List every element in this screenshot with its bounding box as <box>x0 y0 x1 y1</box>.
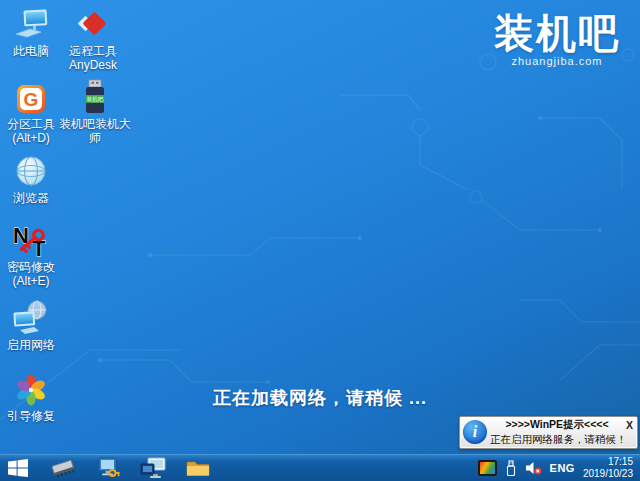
clock-time: 17:15 <box>583 456 633 469</box>
display-settings-icon[interactable] <box>478 460 497 476</box>
notification-close-button[interactable]: X <box>624 419 635 431</box>
diskgenius-letter: G <box>24 89 39 110</box>
network-computer-icon <box>12 300 50 336</box>
desktop-icon-this-pc[interactable]: 此电脑 <box>0 6 62 58</box>
diskgenius-icon: G <box>15 79 47 115</box>
brand-domain: zhuangjiba.com <box>494 55 620 67</box>
notification-body: 正在启用网络服务，请稍候！ <box>490 433 635 447</box>
taskbar: ENG 17:15 2019/10/23 <box>0 454 640 481</box>
clock[interactable]: 17:15 2019/10/23 <box>583 456 635 481</box>
anydesk-icon <box>74 6 112 42</box>
muted-speaker-icon[interactable] <box>525 461 542 475</box>
desktop-icon-password-reset[interactable]: N T 密码修改(Alt+E) <box>0 222 62 289</box>
usb-badge-text: 装机吧 <box>87 96 104 103</box>
desktop-icon-zhuangjiba-master[interactable]: 装机吧 装机吧装机大师 <box>56 79 134 146</box>
taskbar-ram-tool-button[interactable] <box>50 456 76 480</box>
dual-monitor-icon <box>140 457 166 479</box>
usb-drive-icon: 装机吧 <box>81 79 109 115</box>
info-icon: i <box>463 420 487 444</box>
brand-logo: 装机吧 zhuangjiba.com <box>494 12 620 67</box>
language-indicator[interactable]: ENG <box>550 462 575 474</box>
notification-title: >>>>WinPE提示<<<< <box>490 418 624 432</box>
winpe-desktop: 装机吧 zhuangjiba.com 此电脑 远程工具AnyDesk <box>0 0 640 481</box>
winpe-notification: i >>>>WinPE提示<<<< X 正在启用网络服务，请稍候！ <box>459 416 638 449</box>
desktop-icon-partition-tool[interactable]: G 分区工具(Alt+D) <box>0 79 62 146</box>
taskbar-remote-desktop-button[interactable] <box>140 456 166 480</box>
this-pc-icon <box>13 6 49 42</box>
globe-icon <box>14 153 48 189</box>
memory-chip-icon <box>50 458 76 478</box>
nt-password-key-icon: N T <box>12 222 50 258</box>
usb-tray-icon[interactable] <box>505 460 517 477</box>
windows-logo-icon <box>8 459 28 477</box>
desktop-icon-anydesk[interactable]: 远程工具AnyDesk <box>60 6 126 73</box>
desktop-icon-enable-network[interactable]: 启用网络 <box>0 300 62 352</box>
loading-status-text: 正在加载网络，请稍候 ... <box>0 386 640 410</box>
monitor-key-icon <box>96 457 120 479</box>
brand-title: 装机吧 <box>494 12 620 54</box>
clock-date: 2019/10/23 <box>583 468 633 481</box>
system-tray: ENG 17:15 2019/10/23 <box>478 456 635 481</box>
taskbar-pe-tools-button[interactable] <box>95 456 121 480</box>
desktop-icon-browser[interactable]: 浏览器 <box>0 153 62 205</box>
taskbar-file-explorer-button[interactable] <box>185 456 211 480</box>
start-button[interactable] <box>5 456 31 480</box>
folder-icon <box>186 458 210 478</box>
